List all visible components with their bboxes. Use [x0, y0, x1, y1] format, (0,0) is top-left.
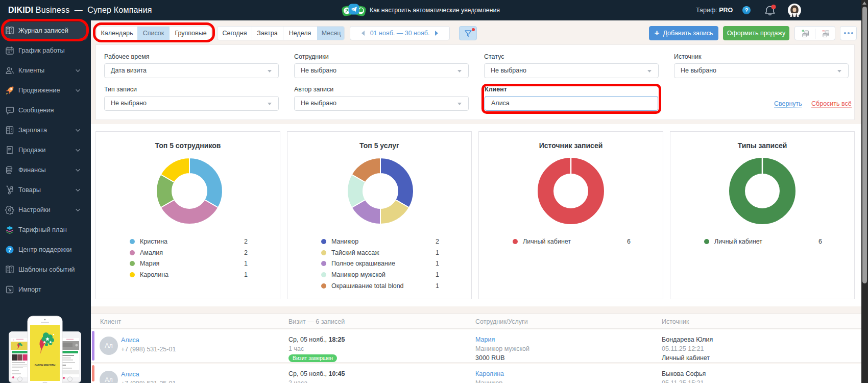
- svg-text:?: ?: [745, 7, 749, 13]
- svg-text:?: ?: [8, 247, 12, 253]
- svg-text:САЛОН КРАСОТЫ: САЛОН КРАСОТЫ: [35, 364, 56, 367]
